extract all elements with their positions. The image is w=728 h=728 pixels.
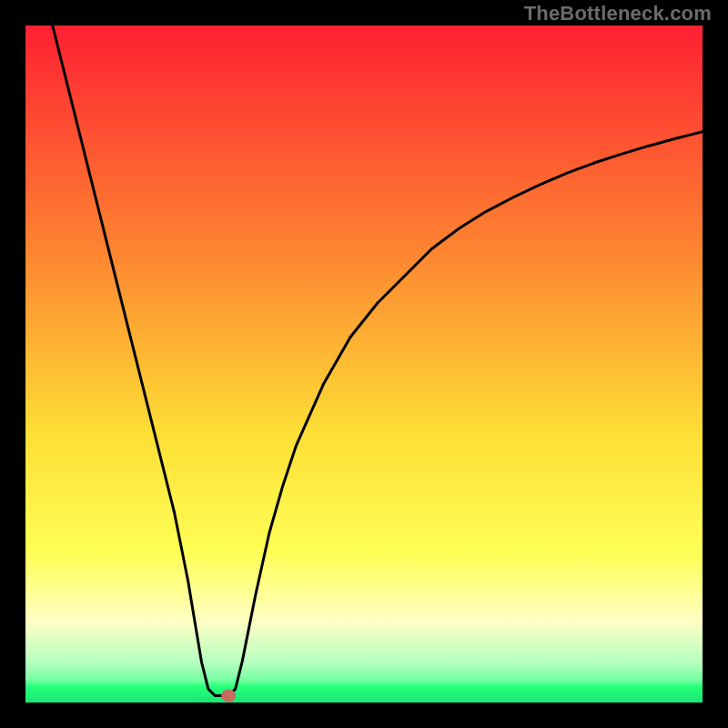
- plot-svg: [25, 25, 703, 703]
- watermark-text: TheBottleneck.com: [524, 2, 712, 25]
- chart-frame: [25, 25, 703, 703]
- bottleneck-curve: [53, 25, 703, 696]
- bottleneck-marker: [221, 690, 236, 703]
- plot-area: [25, 25, 703, 703]
- root-container: TheBottleneck.com: [0, 0, 728, 728]
